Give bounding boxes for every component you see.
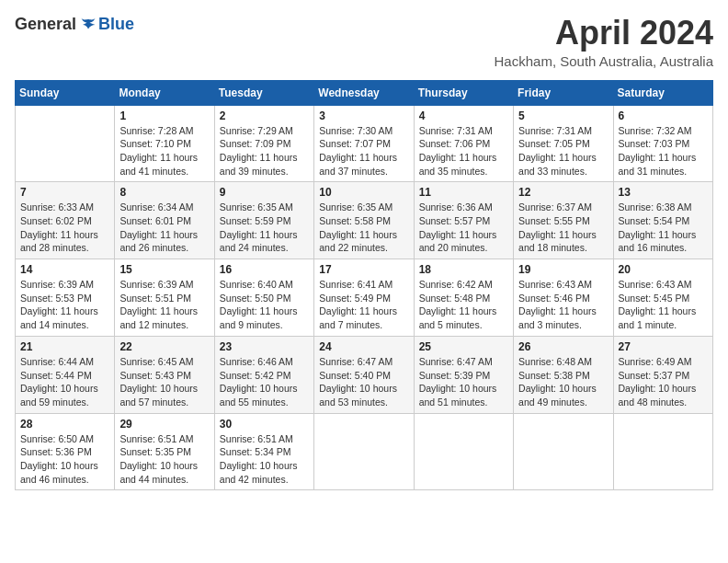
calendar-week-row: 1Sunrise: 7:28 AMSunset: 7:10 PMDaylight…: [16, 105, 713, 182]
day-number: 19: [518, 263, 608, 276]
day-number: 2: [220, 109, 309, 122]
logo-blue: Blue: [98, 15, 134, 34]
day-number: 5: [518, 109, 608, 122]
calendar-week-row: 14Sunrise: 6:39 AMSunset: 5:53 PMDayligh…: [16, 259, 713, 337]
logo-bird-icon: [80, 17, 97, 33]
day-info: Sunrise: 7:31 AMSunset: 7:06 PMDaylight:…: [419, 124, 508, 178]
day-number: 24: [319, 340, 408, 353]
calendar-week-row: 28Sunrise: 6:50 AMSunset: 5:36 PMDayligh…: [16, 413, 713, 490]
calendar-cell: 25Sunrise: 6:47 AMSunset: 5:39 PMDayligh…: [414, 336, 513, 413]
calendar-day-header: Friday: [514, 80, 613, 105]
day-number: 26: [518, 340, 608, 353]
calendar-cell: 24Sunrise: 6:47 AMSunset: 5:40 PMDayligh…: [314, 336, 414, 413]
calendar-cell: 19Sunrise: 6:43 AMSunset: 5:46 PMDayligh…: [514, 259, 613, 337]
calendar-cell: [514, 413, 613, 490]
day-info: Sunrise: 6:50 AMSunset: 5:36 PMDaylight:…: [20, 432, 109, 487]
calendar-day-header: Saturday: [613, 80, 712, 105]
calendar-cell: 21Sunrise: 6:44 AMSunset: 5:44 PMDayligh…: [16, 336, 115, 413]
calendar-week-row: 21Sunrise: 6:44 AMSunset: 5:44 PMDayligh…: [16, 336, 713, 413]
day-info: Sunrise: 6:42 AMSunset: 5:48 PMDaylight:…: [419, 278, 508, 332]
calendar-cell: 30Sunrise: 6:51 AMSunset: 5:34 PMDayligh…: [214, 413, 313, 490]
day-number: 12: [518, 186, 608, 199]
day-info: Sunrise: 6:35 AMSunset: 5:59 PMDaylight:…: [220, 201, 309, 255]
title-block: April 2024 Hackham, South Australia, Aus…: [495, 15, 713, 69]
calendar-cell: 22Sunrise: 6:45 AMSunset: 5:43 PMDayligh…: [115, 336, 214, 413]
day-info: Sunrise: 7:31 AMSunset: 7:05 PMDaylight:…: [518, 124, 608, 178]
logo-general: General: [15, 15, 76, 34]
day-number: 9: [220, 186, 309, 199]
day-info: Sunrise: 6:45 AMSunset: 5:43 PMDaylight:…: [119, 355, 209, 409]
calendar-cell: 5Sunrise: 7:31 AMSunset: 7:05 PMDaylight…: [514, 105, 613, 182]
day-number: 14: [20, 263, 109, 276]
calendar-cell: 18Sunrise: 6:42 AMSunset: 5:48 PMDayligh…: [414, 259, 513, 337]
calendar-cell: 1Sunrise: 7:28 AMSunset: 7:10 PMDaylight…: [115, 105, 214, 182]
calendar-cell: 29Sunrise: 6:51 AMSunset: 5:35 PMDayligh…: [115, 413, 214, 490]
day-info: Sunrise: 6:34 AMSunset: 6:01 PMDaylight:…: [119, 201, 209, 255]
calendar-cell: 27Sunrise: 6:49 AMSunset: 5:37 PMDayligh…: [613, 336, 712, 413]
calendar-cell: 14Sunrise: 6:39 AMSunset: 5:53 PMDayligh…: [16, 259, 115, 337]
day-number: 25: [419, 340, 508, 353]
day-info: Sunrise: 6:36 AMSunset: 5:57 PMDaylight:…: [419, 201, 508, 255]
day-info: Sunrise: 6:47 AMSunset: 5:40 PMDaylight:…: [319, 355, 408, 409]
calendar-cell: [414, 413, 513, 490]
day-info: Sunrise: 6:35 AMSunset: 5:58 PMDaylight:…: [319, 201, 408, 255]
day-number: 1: [119, 109, 209, 122]
day-number: 6: [619, 109, 708, 122]
calendar-cell: 26Sunrise: 6:48 AMSunset: 5:38 PMDayligh…: [514, 336, 613, 413]
calendar-cell: 3Sunrise: 7:30 AMSunset: 7:07 PMDaylight…: [314, 105, 414, 182]
calendar-cell: 28Sunrise: 6:50 AMSunset: 5:36 PMDayligh…: [16, 413, 115, 490]
calendar-cell: 6Sunrise: 7:32 AMSunset: 7:03 PMDaylight…: [613, 105, 712, 182]
month-title: April 2024: [495, 15, 713, 52]
day-number: 30: [220, 418, 309, 431]
day-info: Sunrise: 6:39 AMSunset: 5:51 PMDaylight:…: [119, 278, 209, 332]
calendar-day-header: Sunday: [16, 80, 115, 105]
calendar-cell: 23Sunrise: 6:46 AMSunset: 5:42 PMDayligh…: [214, 336, 313, 413]
day-number: 15: [119, 263, 209, 276]
day-info: Sunrise: 6:46 AMSunset: 5:42 PMDaylight:…: [220, 355, 309, 409]
calendar-day-header: Wednesday: [314, 80, 414, 105]
day-number: 7: [20, 186, 109, 199]
day-info: Sunrise: 6:37 AMSunset: 5:55 PMDaylight:…: [518, 201, 608, 255]
day-info: Sunrise: 7:30 AMSunset: 7:07 PMDaylight:…: [319, 124, 408, 178]
day-number: 3: [319, 109, 408, 122]
day-info: Sunrise: 6:33 AMSunset: 6:02 PMDaylight:…: [20, 201, 109, 255]
day-number: 29: [119, 418, 209, 431]
day-number: 21: [20, 340, 109, 353]
calendar-day-header: Tuesday: [214, 80, 313, 105]
day-info: Sunrise: 6:49 AMSunset: 5:37 PMDaylight:…: [619, 355, 708, 409]
calendar-body: 1Sunrise: 7:28 AMSunset: 7:10 PMDaylight…: [16, 105, 713, 490]
day-number: 16: [220, 263, 309, 276]
day-number: 8: [119, 186, 209, 199]
day-info: Sunrise: 7:28 AMSunset: 7:10 PMDaylight:…: [119, 124, 209, 178]
calendar-cell: 20Sunrise: 6:43 AMSunset: 5:45 PMDayligh…: [613, 259, 712, 337]
day-number: 11: [419, 186, 508, 199]
day-number: 10: [319, 186, 408, 199]
calendar-cell: [613, 413, 712, 490]
calendar-table: SundayMondayTuesdayWednesdayThursdayFrid…: [15, 80, 713, 491]
day-info: Sunrise: 6:51 AMSunset: 5:34 PMDaylight:…: [220, 432, 309, 487]
calendar-cell: 7Sunrise: 6:33 AMSunset: 6:02 PMDaylight…: [16, 182, 115, 259]
day-info: Sunrise: 6:47 AMSunset: 5:39 PMDaylight:…: [419, 355, 508, 409]
page-header: General Blue April 2024 Hackham, South A…: [15, 15, 713, 69]
day-number: 4: [419, 109, 508, 122]
day-info: Sunrise: 7:29 AMSunset: 7:09 PMDaylight:…: [220, 124, 309, 178]
calendar-cell: 13Sunrise: 6:38 AMSunset: 5:54 PMDayligh…: [613, 182, 712, 259]
calendar-day-header: Thursday: [414, 80, 513, 105]
calendar-cell: [314, 413, 414, 490]
day-number: 18: [419, 263, 508, 276]
calendar-day-header: Monday: [115, 80, 214, 105]
calendar-cell: 9Sunrise: 6:35 AMSunset: 5:59 PMDaylight…: [214, 182, 313, 259]
calendar-week-row: 7Sunrise: 6:33 AMSunset: 6:02 PMDaylight…: [16, 182, 713, 259]
calendar-cell: 12Sunrise: 6:37 AMSunset: 5:55 PMDayligh…: [514, 182, 613, 259]
day-number: 27: [619, 340, 708, 353]
calendar-cell: 17Sunrise: 6:41 AMSunset: 5:49 PMDayligh…: [314, 259, 414, 337]
day-number: 28: [20, 418, 109, 431]
logo: General Blue: [15, 15, 134, 34]
day-info: Sunrise: 6:43 AMSunset: 5:45 PMDaylight:…: [619, 278, 708, 332]
day-info: Sunrise: 6:39 AMSunset: 5:53 PMDaylight:…: [20, 278, 109, 332]
day-number: 13: [619, 186, 708, 199]
calendar-header-row: SundayMondayTuesdayWednesdayThursdayFrid…: [16, 80, 713, 105]
day-number: 22: [119, 340, 209, 353]
day-info: Sunrise: 6:40 AMSunset: 5:50 PMDaylight:…: [220, 278, 309, 332]
day-number: 20: [619, 263, 708, 276]
